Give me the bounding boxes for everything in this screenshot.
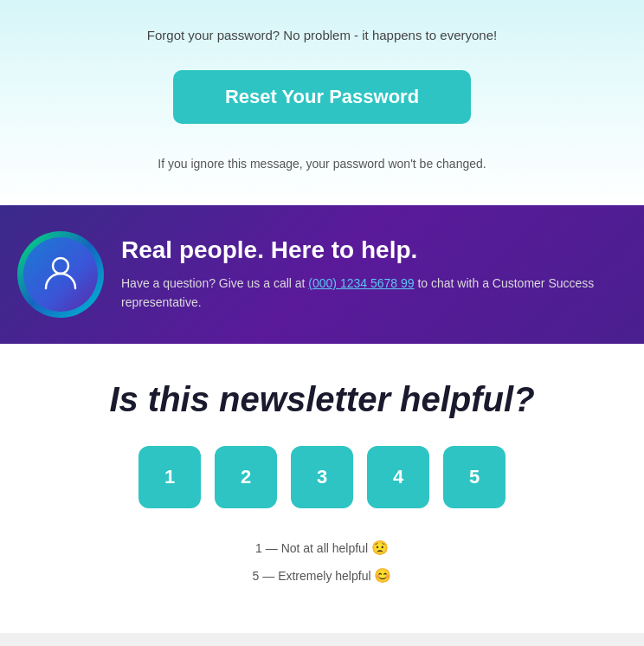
rating-legend: 1 — Not at all helpful 😟 5 — Extremely h…	[17, 534, 627, 590]
banner-description-prefix: Have a question? Give us a call at	[121, 276, 308, 290]
happy-emoji: 😊	[374, 568, 391, 583]
rating-legend-high: 5 — Extremely helpful 😊	[17, 562, 627, 590]
rating-button-3[interactable]: 3	[291, 446, 353, 508]
banner-title: Real people. Here to help.	[121, 236, 618, 265]
rating-button-4[interactable]: 4	[367, 446, 429, 508]
top-section: Forgot your password? No problem - it ha…	[0, 0, 644, 205]
phone-link[interactable]: (000) 1234 5678 99	[308, 276, 414, 290]
ignore-message-text: If you ignore this message, your passwor…	[17, 157, 627, 171]
email-container: Forgot your password? No problem - it ha…	[0, 0, 644, 633]
newsletter-title: Is this newsletter helpful?	[17, 378, 627, 420]
svg-point-0	[53, 258, 68, 274]
newsletter-section: Is this newsletter helpful? 1 2 3 4 5 1 …	[0, 344, 644, 633]
banner-content: Real people. Here to help. Have a questi…	[121, 236, 618, 312]
rating-button-1[interactable]: 1	[138, 446, 201, 508]
rating-legend-low: 1 — Not at all helpful 😟	[17, 534, 627, 562]
forgot-password-text: Forgot your password? No problem - it ha…	[17, 26, 627, 46]
rating-buttons-container: 1 2 3 4 5	[17, 446, 627, 508]
banner-description: Have a question? Give us a call at (000)…	[121, 274, 618, 313]
person-icon	[41, 252, 80, 297]
rating-button-2[interactable]: 2	[215, 446, 277, 508]
sad-emoji: 😟	[371, 540, 389, 555]
rating-button-5[interactable]: 5	[443, 446, 506, 508]
banner-section: Real people. Here to help. Have a questi…	[0, 205, 644, 344]
avatar	[17, 231, 104, 318]
avatar-inner	[23, 237, 98, 312]
reset-password-button[interactable]: Reset Your Password	[173, 70, 471, 124]
